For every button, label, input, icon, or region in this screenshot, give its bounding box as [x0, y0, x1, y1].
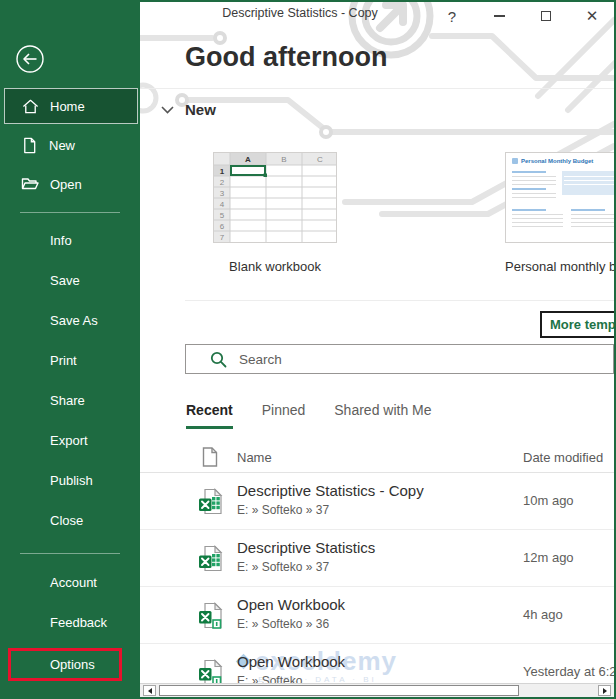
sidebar-item-share[interactable]: Share — [0, 387, 140, 415]
sidebar-item-label: New — [49, 138, 75, 153]
svg-text:4: 4 — [220, 200, 225, 209]
sidebar-item-save[interactable]: Save — [0, 267, 140, 295]
sidebar-item-info[interactable]: Info — [0, 227, 140, 255]
sidebar-item-options[interactable]: Options — [11, 651, 119, 678]
tab-recent[interactable]: Recent — [186, 402, 233, 429]
budget-thumbnail: Personal Monthly Budget — [505, 152, 614, 243]
maximize-icon — [541, 11, 551, 21]
search-input[interactable] — [239, 352, 613, 367]
document-icon — [202, 447, 218, 467]
section-divider — [185, 300, 614, 301]
template-label: Blank workbook — [213, 259, 337, 274]
excel-xlsx-file-icon — [198, 545, 225, 572]
file-list-header: Name Date modified — [140, 446, 614, 472]
new-file-icon — [21, 137, 38, 154]
sidebar-item-feedback[interactable]: Feedback — [0, 609, 140, 637]
sidebar-item-home[interactable]: Home — [4, 88, 138, 124]
chevron-down-icon[interactable] — [161, 106, 174, 114]
close-button[interactable]: ✕ — [583, 7, 601, 25]
sidebar-item-label: Home — [50, 99, 85, 114]
svg-text:3: 3 — [220, 189, 225, 198]
tab-pinned[interactable]: Pinned — [262, 402, 306, 429]
scroll-right-button[interactable] — [598, 685, 611, 696]
svg-text:7: 7 — [220, 233, 225, 242]
excel-xlsm-file-icon — [198, 659, 225, 686]
scroll-right-icon — [603, 688, 607, 694]
template-blank-workbook[interactable]: A B C 1 2 3 4 5 6 7 Blank workbook — [213, 152, 337, 274]
backstage-main-panel: Good afternoon New A B C — [140, 0, 614, 697]
mini-spreadsheet-graphic: A B C 1 2 3 4 5 6 7 — [214, 153, 336, 242]
budget-thumb-title: Personal Monthly Budget — [521, 158, 593, 164]
scrollbar-thumb[interactable] — [159, 685, 519, 696]
scroll-left-button[interactable] — [143, 685, 156, 696]
file-tabs: Recent Pinned Shared with Me — [186, 402, 432, 429]
svg-text:B: B — [281, 155, 286, 164]
help-button[interactable]: ? — [443, 7, 461, 25]
window-title: Descriptive Statistics - Copy — [140, 6, 460, 20]
sidebar-item-print[interactable]: Print — [0, 347, 140, 375]
file-row-open-workbook[interactable]: Open Workbook E: » Softeko » 36 4h ago — [140, 587, 614, 644]
search-icon — [210, 351, 227, 368]
template-label: Personal monthly budget — [505, 259, 614, 274]
file-row-descriptive-statistics[interactable]: Descriptive Statistics E: » Softeko » 37… — [140, 530, 614, 587]
sidebar-item-publish[interactable]: Publish — [0, 467, 140, 495]
column-header-name[interactable]: Name — [237, 450, 272, 465]
maximize-button[interactable] — [537, 7, 555, 25]
column-header-date-modified[interactable]: Date modified — [523, 450, 603, 465]
sidebar-item-export[interactable]: Export — [0, 427, 140, 455]
backstage-sidebar: Home New Open Info Save Save As Print Sh… — [0, 0, 140, 699]
header-divider — [140, 88, 614, 89]
tab-shared-with-me[interactable]: Shared with Me — [334, 402, 431, 429]
excel-xlsx-file-icon — [198, 488, 225, 515]
sidebar-item-save-as[interactable]: Save As — [0, 307, 140, 335]
sidebar-item-new[interactable]: New — [4, 127, 138, 163]
template-personal-monthly-budget[interactable]: Personal Monthly Budget — [505, 152, 614, 274]
horizontal-scrollbar[interactable] — [140, 683, 614, 697]
options-highlight-annotation: Options — [8, 648, 122, 681]
svg-text:2: 2 — [220, 178, 225, 187]
search-box[interactable] — [185, 344, 614, 374]
window-border-top — [0, 0, 616, 2]
sidebar-item-label: Open — [50, 177, 82, 192]
minimize-button[interactable] — [490, 7, 508, 25]
scroll-left-icon — [148, 688, 152, 694]
sidebar-item-close[interactable]: Close — [0, 507, 140, 535]
more-templates-link[interactable]: More templates — [540, 311, 614, 338]
svg-text:6: 6 — [220, 222, 225, 231]
minimize-icon — [494, 15, 505, 17]
sidebar-item-open[interactable]: Open — [4, 166, 138, 202]
svg-text:1: 1 — [220, 167, 225, 176]
sidebar-divider — [20, 212, 120, 213]
back-button[interactable] — [15, 44, 45, 74]
excel-xlsm-file-icon — [198, 602, 225, 629]
svg-text:C: C — [317, 155, 323, 164]
home-icon — [22, 98, 39, 115]
file-row-descriptive-statistics-copy[interactable]: Descriptive Statistics - Copy E: » Softe… — [140, 473, 614, 530]
greeting-heading: Good afternoon — [185, 42, 387, 73]
budget-logo-mark — [512, 158, 518, 164]
open-folder-icon — [21, 176, 39, 192]
svg-text:A: A — [245, 155, 251, 164]
sidebar-divider — [20, 553, 120, 554]
new-section-heading: New — [185, 101, 216, 118]
sidebar-item-account[interactable]: Account — [0, 569, 140, 597]
svg-text:5: 5 — [220, 211, 225, 220]
blank-workbook-thumbnail: A B C 1 2 3 4 5 6 7 — [213, 152, 337, 243]
